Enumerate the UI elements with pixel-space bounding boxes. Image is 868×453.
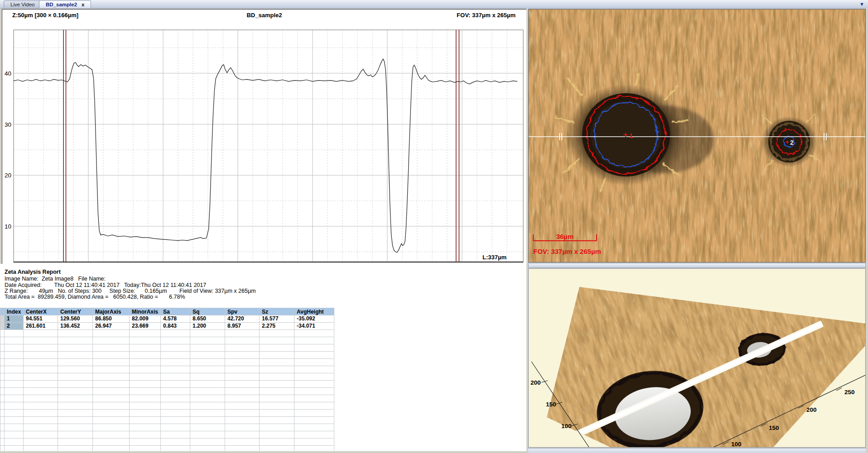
- tab-list-dropdown-icon[interactable]: ▼: [859, 1, 864, 7]
- table-row: [0, 359, 334, 366]
- table-row: [0, 402, 334, 410]
- cursor-lines[interactable]: [63, 30, 459, 262]
- tab-bd-sample2[interactable]: BD_sample2x: [39, 0, 91, 8]
- table-cell: [190, 344, 225, 352]
- col-header: Sz: [260, 308, 294, 315]
- row-spacer: [0, 344, 5, 352]
- microscope-image-panel[interactable]: 1 2 36µm FOV: 337µm x 265µm: [528, 9, 866, 262]
- table-cell: [130, 381, 161, 388]
- col-header: Sq: [190, 308, 225, 315]
- table-cell: [190, 337, 225, 344]
- horizontal-splitter[interactable]: [528, 263, 866, 268]
- y-tick-labels: 10203040: [5, 70, 11, 230]
- results-table[interactable]: IndexCenterXCenterYMajorAxisMinorAxisSaS…: [0, 308, 334, 451]
- table-cell: [5, 366, 24, 373]
- table-cell: [161, 381, 190, 388]
- table-cell: [93, 373, 130, 381]
- col-header: Index: [5, 308, 24, 315]
- table-cell: [294, 366, 334, 373]
- table-cell[interactable]: 26.947: [93, 323, 130, 330]
- surface-3d-view[interactable]: 200 150 100 250 200 150 100: [529, 269, 865, 447]
- table-cell[interactable]: -35.092: [294, 315, 334, 323]
- table-cell: [225, 337, 260, 344]
- table-cell[interactable]: 23.669: [130, 323, 161, 330]
- row-index-cell[interactable]: 2: [5, 323, 24, 330]
- row-spacer: [0, 402, 5, 410]
- table-cell: [24, 395, 58, 402]
- report-date-line: Date Acquired: Thu Oct 12 11:40:41 2017 …: [5, 282, 206, 288]
- table-cell: [190, 395, 225, 402]
- table-cell: [294, 431, 334, 439]
- table-cell: [294, 402, 334, 410]
- table-cell: [161, 388, 190, 395]
- x3d-tick: 200: [806, 406, 817, 413]
- table-cell[interactable]: 4.578: [161, 315, 190, 323]
- table-cell: [294, 410, 334, 417]
- table-cell: [225, 352, 260, 359]
- table-row: [0, 446, 334, 451]
- table-cell: [225, 410, 260, 417]
- microscope-image[interactable]: 1 2 36µm FOV: 337µm x 265µm: [529, 10, 865, 262]
- table-cell[interactable]: 129.560: [58, 315, 93, 323]
- window-bottom-edge: [0, 451, 528, 453]
- table-cell: [24, 352, 58, 359]
- row-index-cell[interactable]: 1: [5, 315, 24, 323]
- table-cell: [93, 417, 130, 424]
- row-spacer: [0, 424, 5, 431]
- table-cell: [58, 388, 93, 395]
- profile-plot[interactable]: 5010015020025030010203040: [2, 10, 526, 263]
- table-cell: [58, 402, 93, 410]
- table-cell[interactable]: 136.452: [58, 323, 93, 330]
- row-spacer: [0, 388, 5, 395]
- table-cell: [93, 337, 130, 344]
- table-cell[interactable]: -34.071: [294, 323, 334, 330]
- table-cell: [130, 366, 161, 373]
- grid-major: [14, 30, 523, 262]
- table-cell[interactable]: 8.957: [225, 323, 260, 330]
- table-cell: [190, 359, 225, 366]
- report-area-line: Total Area = 89289.459, Diamond Area = 6…: [5, 294, 185, 300]
- table-cell: [190, 373, 225, 381]
- table-row: [0, 431, 334, 439]
- table-cell: [294, 359, 334, 366]
- surface-3d-panel[interactable]: 200 150 100 250 200 150 100: [528, 268, 866, 448]
- row-spacer: [0, 395, 5, 402]
- table-cell: [190, 424, 225, 431]
- profile-chart-panel[interactable]: 5010015020025030010203040 Z:50µm [300 × …: [2, 9, 527, 264]
- table-cell: [190, 417, 225, 424]
- table-cell[interactable]: 42.720: [225, 315, 260, 323]
- table-cell: [5, 344, 24, 352]
- col-header: AvgHeight: [294, 308, 334, 315]
- marker-2-label: 2: [790, 139, 794, 146]
- table-cell: [294, 344, 334, 352]
- table-cell[interactable]: 2.275: [260, 323, 294, 330]
- table-cell: [130, 446, 161, 451]
- table-cell: [130, 373, 161, 381]
- table-row: [0, 417, 334, 424]
- table-cell[interactable]: 94.551: [24, 315, 58, 323]
- table-cell: [260, 402, 294, 410]
- table-cell: [130, 388, 161, 395]
- table-cell[interactable]: 1.200: [190, 323, 225, 330]
- table-cell: [5, 424, 24, 431]
- tab-live-video[interactable]: Live Video: [4, 0, 42, 8]
- table-cell: [130, 352, 161, 359]
- table-cell: [225, 373, 260, 381]
- table-cell[interactable]: 86.850: [93, 315, 130, 323]
- col-header: MajorAxis: [93, 308, 130, 315]
- table-cell: [294, 330, 334, 337]
- table-cell: [58, 410, 93, 417]
- table-cell: [130, 359, 161, 366]
- table-cell[interactable]: 16.577: [260, 315, 294, 323]
- table-cell: [260, 381, 294, 388]
- table-cell[interactable]: 261.601: [24, 323, 58, 330]
- table-cell: [190, 388, 225, 395]
- close-icon[interactable]: x: [82, 2, 84, 7]
- table-cell: [225, 388, 260, 395]
- window-right-edge: [866, 8, 868, 453]
- bottom-scroll-strip[interactable]: [528, 448, 868, 453]
- table-cell[interactable]: 8.650: [190, 315, 225, 323]
- table-cell: [24, 366, 58, 373]
- table-cell[interactable]: 0.843: [161, 323, 190, 330]
- table-cell[interactable]: 82.009: [130, 315, 161, 323]
